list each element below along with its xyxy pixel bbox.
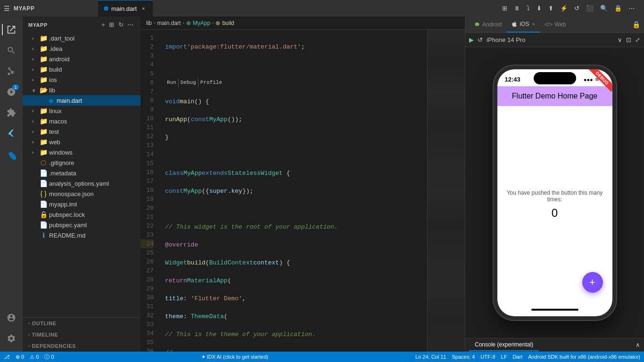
tree-item-test[interactable]: › 📁 test <box>23 126 140 137</box>
dropdown-arrow-icon[interactable]: ∨ <box>618 36 622 43</box>
tab-main-dart[interactable]: main.dart × <box>98 0 153 16</box>
inspect-icon[interactable]: 🔍 <box>598 4 610 13</box>
tree-item-linux[interactable]: › 📁 linux <box>23 106 140 116</box>
errors-count[interactable]: ⊗ 0 <box>16 354 24 360</box>
console-tab[interactable]: Console (experimental) <box>469 338 539 351</box>
hamburger-icon[interactable]: ☰ <box>4 5 10 12</box>
tree-item-monospace-json[interactable]: { } monospace.json <box>23 189 140 199</box>
activity-flutter[interactable] <box>2 124 21 143</box>
code-line-5: } <box>165 133 421 142</box>
tab-close-button[interactable]: × <box>140 5 147 12</box>
activity-settings[interactable] <box>2 329 21 348</box>
tree-item-main-dart[interactable]: ◆ main.dart <box>23 95 140 106</box>
activity-extensions[interactable] <box>2 103 21 122</box>
tree-item-windows[interactable]: › 📁 windows <box>23 147 140 157</box>
activity-source-control[interactable] <box>2 62 21 81</box>
activity-account[interactable] <box>2 308 21 327</box>
new-file-icon[interactable]: + <box>100 20 106 29</box>
code-content[interactable]: import 'package:flutter/material.dart'; … <box>159 30 427 352</box>
stop-icon[interactable]: ⬛ <box>584 4 595 13</box>
title-bar-right-controls: ⊞ ⏸ ⤵ ⬇ ⬆ ⚡ ↺ ⬛ 🔍 🔒 ⋯ <box>496 4 640 13</box>
step-out-icon[interactable]: ⬆ <box>546 4 555 13</box>
cursor-position[interactable]: Ln 24, Col 11 <box>415 354 446 360</box>
expand-icon[interactable]: ⤢ <box>635 36 640 43</box>
tab-web[interactable]: </> Web <box>540 16 571 33</box>
run-indicator-icon[interactable]: ▶ <box>469 36 474 43</box>
ios-tab-close[interactable]: × <box>532 21 535 27</box>
tree-item-pubspec-yaml[interactable]: 📄 pubspec.yaml <box>23 220 140 230</box>
breadcrumb-class-label[interactable]: MyApp <box>193 20 210 26</box>
tree-item-build[interactable]: › 📁 build <box>23 64 140 74</box>
run-button[interactable]: Run <box>165 78 179 87</box>
phone-fab[interactable]: + <box>582 272 603 293</box>
new-folder-icon[interactable]: ⊞ <box>108 20 116 29</box>
folder-open-icon: 📂 <box>40 86 47 94</box>
warnings-count[interactable]: ⚠ 0 <box>30 354 39 360</box>
more-icon[interactable]: ⋯ <box>627 4 636 13</box>
activity-search[interactable] <box>2 41 21 60</box>
split-view-icon[interactable]: ⊞ <box>500 4 509 13</box>
tree-label: ios <box>49 76 57 83</box>
dependencies-label: DEPENDENCIES <box>32 343 76 349</box>
step-into-icon[interactable]: ⬇ <box>535 4 544 13</box>
breadcrumb-class[interactable]: ⊕ <box>186 20 191 26</box>
timeline-label: TIMELINE <box>32 332 58 337</box>
indentation[interactable]: Spaces: 4 <box>452 354 475 360</box>
outline-section[interactable]: › OUTLINE <box>23 318 140 329</box>
ai-status[interactable]: ✦ IDX AI (click to get started) <box>201 354 268 360</box>
timeline-section[interactable]: › TIMELINE <box>23 329 140 340</box>
tree-item-ios[interactable]: › 📁 ios <box>23 74 140 85</box>
tree-item-macos[interactable]: › 📁 macos <box>23 116 140 126</box>
step-over-icon[interactable]: ⤵ <box>525 4 532 13</box>
collapse-icon[interactable]: ⋯ <box>126 20 135 29</box>
tree-item-idea[interactable]: › 📁 .idea <box>23 43 140 54</box>
status-bar-right: Ln 24, Col 11 Spaces: 4 UTF-8 LF Dart An… <box>415 354 640 360</box>
profile-button[interactable]: Profile <box>198 78 224 87</box>
tree-item-myapp-iml[interactable]: 📄 myapp.iml <box>23 199 140 209</box>
activity-explorer[interactable] <box>2 20 21 39</box>
tree-item-gitignore[interactable]: ⬡ .gitignore <box>23 157 140 168</box>
language-mode[interactable]: Dart <box>512 354 522 360</box>
hot-restart-icon[interactable]: ↺ <box>572 4 581 13</box>
encoding[interactable]: UTF-8 <box>480 354 495 360</box>
tree-item-metadata[interactable]: 📄 .metadata <box>23 168 140 178</box>
breadcrumb-lib[interactable]: lib <box>146 20 152 26</box>
debug-button[interactable]: Debug <box>179 78 198 87</box>
folder-icon: 📁 <box>40 107 47 115</box>
info-count[interactable]: ⓘ 0 <box>44 354 54 361</box>
git-branch[interactable]: ⎇ <box>4 354 10 360</box>
language-label: Dart <box>512 354 522 360</box>
pause-icon[interactable]: ⏸ <box>512 4 522 13</box>
code-editor[interactable]: 12345 678910 1112131415 1617181920 21222… <box>140 30 465 352</box>
sidebar-header: MYAPP + ⊞ ↻ ⋯ <box>23 16 140 33</box>
ios-icon <box>511 21 518 27</box>
code-line-13: return MaterialApp( <box>165 276 421 285</box>
sdk-info[interactable]: Android SDK built for x86 (android-x86 e… <box>528 354 640 360</box>
activity-dart[interactable] <box>2 147 21 165</box>
tree-item-dart-tool[interactable]: › 📁 .dart_tool <box>23 33 140 43</box>
reload-icon[interactable]: ↺ <box>478 36 483 43</box>
maximize-icon[interactable]: ⊡ <box>626 36 631 43</box>
encoding-label: UTF-8 <box>480 354 495 360</box>
tab-android[interactable]: Android <box>469 16 506 33</box>
tree-item-lib[interactable]: ∨ 📂 lib <box>23 85 140 95</box>
chevron-down-icon: ∨ <box>32 88 38 93</box>
minimap-content <box>428 30 465 352</box>
tree-item-web[interactable]: › 📁 web <box>23 137 140 147</box>
dependencies-section[interactable]: › DEPENDENCIES <box>23 340 140 352</box>
tree-item-android[interactable]: › 📁 android <box>23 54 140 64</box>
activity-run-debug[interactable]: 1 <box>2 82 21 101</box>
tree-item-analysis-options[interactable]: 📄 analysis_options.yaml <box>23 178 140 189</box>
tab-ios[interactable]: iOS × <box>506 16 539 33</box>
lock-icon[interactable]: 🔒 <box>612 4 624 13</box>
hot-reload-icon[interactable]: ⚡ <box>558 4 570 13</box>
main-layout: 1 MYAPP + ⊞ ↻ ⋯ <box>0 16 644 352</box>
lock-device-icon[interactable]: 🔒 <box>632 21 640 28</box>
eol[interactable]: LF <box>501 354 507 360</box>
collapse-panel-icon[interactable]: ∧ <box>636 341 640 348</box>
tree-item-readme[interactable]: ℹ README.md <box>23 230 140 240</box>
breadcrumb-file[interactable]: main.dart <box>157 20 181 26</box>
refresh-icon[interactable]: ↻ <box>117 20 125 29</box>
tree-item-pubspec-lock[interactable]: 🔒 pubspec.lock <box>23 209 140 220</box>
breadcrumb-method[interactable]: build <box>222 20 234 26</box>
